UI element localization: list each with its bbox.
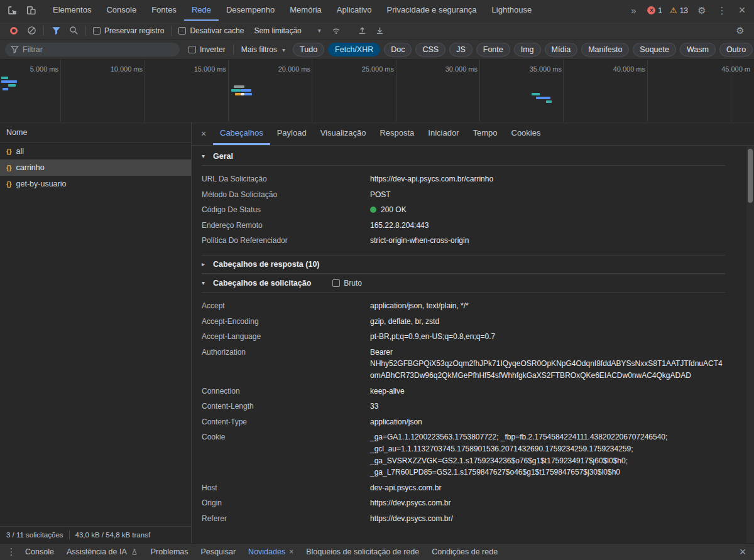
chip-fetch-xhr[interactable]: Fetch/XHR bbox=[328, 43, 380, 57]
close-devtools-icon[interactable]: × bbox=[733, 0, 751, 21]
throttling-select[interactable]: Sem limitação ▾ bbox=[254, 26, 320, 35]
request-row-carrinho[interactable]: {} carrinho bbox=[0, 159, 191, 176]
time-tick: 35.000 ms bbox=[530, 65, 562, 73]
settings-gear-icon[interactable]: ⚙ bbox=[692, 0, 711, 21]
tab-visualizacao[interactable]: Visualização bbox=[314, 122, 373, 145]
chip-wasm[interactable]: Wasm bbox=[680, 43, 716, 57]
chip-manifesto[interactable]: Manifesto bbox=[581, 43, 629, 57]
chip-css[interactable]: CSS bbox=[415, 43, 445, 57]
request-list-empty-area bbox=[0, 192, 191, 526]
drawer-tab-console[interactable]: Console bbox=[19, 544, 60, 560]
request-headers-section-header[interactable]: ▾ Cabeçalhos de solicitação Bruto bbox=[202, 274, 725, 293]
header-value: strict-origin-when-cross-origin bbox=[370, 235, 725, 247]
chevron-down-icon: ▾ bbox=[282, 46, 285, 53]
filter-bar: Inverter Mais filtros ▾ Tudo Fetch/XHR D… bbox=[0, 40, 754, 60]
warning-badge[interactable]: ⚠ 13 bbox=[670, 6, 688, 15]
header-name: Referer bbox=[202, 513, 370, 525]
general-section-header[interactable]: ▾ Geral bbox=[202, 147, 725, 166]
invert-filter-control[interactable]: Inverter bbox=[188, 45, 226, 54]
drawer-tab-pesquisar[interactable]: Pesquisar bbox=[195, 544, 243, 560]
tab-privacidade-seguranca[interactable]: Privacidade e segurança bbox=[380, 0, 484, 21]
drawer-tab-label: Pesquisar bbox=[201, 547, 236, 556]
search-button[interactable] bbox=[65, 21, 82, 40]
network-conditions-button[interactable] bbox=[327, 21, 345, 40]
drawer-tab-condicoes-rede[interactable]: Condições de rede bbox=[425, 544, 504, 560]
waterfall-bar bbox=[532, 93, 540, 95]
scrollbar-thumb[interactable] bbox=[748, 149, 753, 203]
chip-fonte[interactable]: Fonte bbox=[476, 43, 510, 57]
clear-network-log-button[interactable] bbox=[23, 21, 40, 40]
preserve-log-checkbox[interactable] bbox=[93, 27, 101, 35]
preserve-log-label: Preservar registro bbox=[104, 26, 164, 35]
request-headers-rows: Accept application/json, text/plain, */*… bbox=[202, 293, 725, 533]
tab-aplicativo[interactable]: Aplicativo bbox=[329, 0, 380, 21]
more-tabs-icon[interactable]: » bbox=[624, 0, 643, 21]
export-har-button[interactable] bbox=[371, 21, 389, 40]
chip-doc[interactable]: Doc bbox=[384, 43, 412, 57]
request-row-all[interactable]: {} all bbox=[0, 143, 191, 159]
drawer-tab-bloqueios-rede[interactable]: Bloqueios de solicitação de rede bbox=[300, 544, 425, 560]
drawer-tab-assistencia-ia[interactable]: Assistência de IA bbox=[60, 544, 145, 560]
tab-tempo[interactable]: Tempo bbox=[466, 122, 504, 145]
header-name: Método Da Solicitação bbox=[202, 189, 370, 201]
kebab-menu-icon[interactable]: ⋮ bbox=[713, 0, 731, 21]
more-filters-dropdown[interactable]: Mais filtros ▾ bbox=[241, 45, 285, 54]
preserve-log-control[interactable]: Preservar registro bbox=[93, 26, 164, 35]
header-row-host: Host dev-api.psycs.com.br bbox=[202, 480, 725, 496]
tab-rede[interactable]: Rede bbox=[184, 0, 219, 21]
tab-memoria[interactable]: Memória bbox=[282, 0, 329, 21]
tab-fontes[interactable]: Fontes bbox=[144, 0, 184, 21]
drawer-tab-problemas[interactable]: Problemas bbox=[145, 544, 195, 560]
header-row-content-type: Content-Type application/json bbox=[202, 414, 725, 430]
header-name: URL Da Solicitação bbox=[202, 173, 370, 185]
chip-img[interactable]: Img bbox=[514, 43, 541, 57]
general-rows: URL Da Solicitação https://dev-api.psycs… bbox=[202, 166, 725, 255]
tab-lighthouse[interactable]: Lighthouse bbox=[484, 0, 540, 21]
close-tab-icon[interactable]: × bbox=[289, 547, 293, 556]
time-tick: 10.000 ms bbox=[111, 65, 143, 73]
disable-cache-control[interactable]: Desativar cache bbox=[178, 26, 244, 35]
drawer-tab-label: Bloqueios de solicitação de rede bbox=[306, 547, 419, 556]
invert-checkbox[interactable] bbox=[188, 46, 196, 53]
details-scrollbar[interactable] bbox=[746, 146, 754, 543]
close-drawer-icon[interactable]: × bbox=[735, 544, 750, 560]
tab-payload[interactable]: Payload bbox=[270, 122, 314, 145]
name-column-header[interactable]: Nome bbox=[0, 122, 191, 143]
tab-resposta[interactable]: Resposta bbox=[373, 122, 421, 145]
error-badge[interactable]: × 1 bbox=[647, 6, 662, 15]
chip-tudo[interactable]: Tudo bbox=[293, 43, 324, 57]
chip-midia[interactable]: Mídia bbox=[545, 43, 578, 57]
disable-cache-checkbox[interactable] bbox=[178, 27, 186, 35]
close-details-icon[interactable]: × bbox=[194, 122, 213, 145]
chip-outro[interactable]: Outro bbox=[719, 43, 753, 57]
drawer-kebab-menu-icon[interactable]: ⋮ bbox=[4, 544, 19, 560]
tab-cabecalhos[interactable]: Cabeçalhos bbox=[213, 122, 270, 145]
time-tick: 15.000 ms bbox=[194, 65, 226, 73]
raw-headers-control[interactable]: Bruto bbox=[332, 279, 362, 288]
inspect-element-button[interactable] bbox=[3, 0, 21, 21]
import-har-button[interactable] bbox=[354, 21, 371, 40]
header-row-origin: Origin https://dev.psycs.com.br bbox=[202, 495, 725, 511]
header-value: application/json bbox=[370, 416, 725, 428]
tab-desempenho[interactable]: Desempenho bbox=[219, 0, 282, 21]
drawer-tab-novidades[interactable]: Novidades × bbox=[242, 544, 300, 560]
network-overview-timeline[interactable]: 5.000 ms 10.000 ms 15.000 ms 20.000 ms 2… bbox=[0, 60, 754, 122]
drawer-tab-label: Novidades bbox=[248, 547, 285, 556]
response-headers-section-header[interactable]: ▸ Cabeçalhos de resposta (10) bbox=[202, 255, 725, 274]
raw-headers-checkbox[interactable] bbox=[332, 279, 340, 287]
collapse-open-icon: ▾ bbox=[202, 279, 208, 286]
tabbar-right-controls: » × 1 ⚠ 13 ⚙ ⋮ × bbox=[624, 0, 751, 21]
chip-soquete[interactable]: Soquete bbox=[633, 43, 676, 57]
tab-elementos[interactable]: Elementos bbox=[45, 0, 99, 21]
network-settings-gear-icon[interactable]: ⚙ bbox=[731, 21, 749, 40]
tab-iniciador[interactable]: Iniciador bbox=[421, 122, 466, 145]
device-toolbar-button[interactable] bbox=[21, 0, 40, 21]
header-row-connection: Connection keep-alive bbox=[202, 384, 725, 399]
filter-input[interactable] bbox=[5, 43, 180, 57]
chip-js[interactable]: JS bbox=[449, 43, 473, 57]
record-network-log-button[interactable] bbox=[5, 21, 23, 40]
filter-toggle-button[interactable] bbox=[47, 21, 65, 40]
tab-console[interactable]: Console bbox=[99, 0, 144, 21]
request-row-get-by-usuario[interactable]: {} get-by-usuario bbox=[0, 176, 191, 192]
tab-cookies[interactable]: Cookies bbox=[505, 122, 548, 145]
